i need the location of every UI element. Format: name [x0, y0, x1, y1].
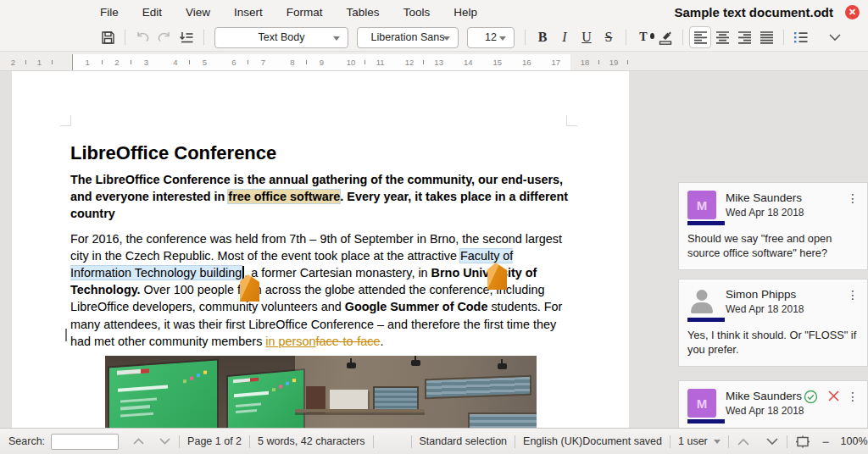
comment-card[interactable]: Simon Phipps Wed Apr 18 2018 ⋮ Yes, I th…: [678, 279, 868, 367]
comment-text: Should we say "free and open source offi…: [687, 231, 860, 260]
align-center-icon: [715, 30, 730, 44]
author-color-bar: [687, 221, 725, 225]
doc-paragraph-body[interactable]: For 2016, the conference was held from 7…: [70, 230, 576, 350]
paragraph-segment: face-to-face: [316, 335, 381, 348]
toolbar-more-button[interactable]: [824, 26, 846, 48]
toolbar-separator: [203, 30, 204, 45]
save-status: Document saved: [582, 435, 662, 447]
font-name-select[interactable]: Liberation Sans: [357, 27, 459, 48]
toolbar: Text Body Liberation Sans 12 B I U S T: [0, 24, 868, 52]
menu-item[interactable]: Format: [275, 6, 335, 19]
comment-card[interactable]: M Mike Saunders Wed Apr 18 2018 ⋮ Should…: [678, 182, 868, 270]
accept-change-icon[interactable]: [804, 390, 818, 404]
presentation-screen: [109, 360, 217, 428]
comments-sidebar: M Mike Saunders Wed Apr 18 2018 ⋮ Should…: [678, 182, 868, 454]
menu-item[interactable]: Insert: [222, 6, 275, 19]
reject-change-icon[interactable]: [827, 390, 840, 404]
comment-date: Wed Apr 18 2018: [726, 405, 804, 417]
italic-icon: I: [562, 30, 566, 45]
search-prev-button[interactable]: [132, 437, 145, 446]
align-justify-icon: [760, 30, 774, 44]
bullet-list-icon: [793, 30, 809, 44]
menu-item[interactable]: Help: [442, 6, 489, 19]
save-icon: [100, 30, 116, 46]
toolbar-separator: [626, 30, 626, 45]
toolbar-separator: [525, 30, 526, 45]
strikethrough-button[interactable]: S: [598, 26, 620, 48]
paragraph-segment: Google Summer of Code: [345, 300, 488, 313]
comment-author: Simon Phipps: [726, 288, 804, 301]
font-color-button[interactable]: T: [632, 26, 654, 48]
presentation-screen: [228, 370, 303, 428]
comment-date: Wed Apr 18 2018: [726, 303, 804, 315]
menu-item[interactable]: Tools: [392, 6, 442, 19]
underline-icon: U: [581, 30, 592, 45]
language-status[interactable]: English (UK): [523, 435, 582, 447]
page-number-status[interactable]: Page 1 of 2: [187, 435, 242, 447]
writer-app: FileEditViewInsertFormatTablesToolsHelp …: [0, 0, 868, 454]
kebab-menu-icon[interactable]: ⋮: [847, 191, 859, 205]
horizontal-ruler[interactable]: 21 1234567891011121314151617 1819: [0, 52, 868, 71]
status-bar: Search: Page 1 of 2 5 words, 42 characte…: [0, 428, 868, 454]
menu-item[interactable]: File: [88, 6, 131, 19]
chevron-down-icon: [714, 440, 721, 444]
paragraph-segment: .: [381, 335, 384, 348]
align-left-icon: [693, 30, 708, 44]
user-count-dropdown[interactable]: 1 user: [678, 435, 721, 447]
formatting-marks-button[interactable]: [175, 26, 198, 48]
bold-button[interactable]: B: [531, 26, 554, 48]
close-icon: ✕: [849, 7, 856, 17]
menu-items: FileEditViewInsertFormatTablesToolsHelp: [88, 6, 489, 19]
search-input[interactable]: [51, 434, 119, 450]
avatar: M: [687, 191, 716, 219]
document-page[interactable]: LibreOffice Conference The LibreOffice C…: [12, 71, 629, 428]
selection-mode-status[interactable]: Standard selection: [420, 435, 508, 447]
doc-paragraph-intro[interactable]: The LibreOffice Conference is the annual…: [70, 171, 576, 223]
doc-heading[interactable]: LibreOffice Conference: [70, 142, 629, 164]
chevron-down-icon: [443, 36, 450, 41]
kebab-menu-icon[interactable]: ⋮: [847, 288, 859, 302]
next-page-button[interactable]: [765, 437, 779, 446]
zoom-level[interactable]: 100%: [841, 435, 868, 447]
paragraph-style-select[interactable]: Text Body: [214, 27, 348, 48]
undo-button[interactable]: [131, 26, 153, 48]
menu-item[interactable]: Edit: [131, 6, 174, 19]
align-justify-button[interactable]: [755, 26, 777, 48]
comment-highlight[interactable]: free office software: [228, 190, 340, 203]
word-count-status[interactable]: 5 words, 42 characters: [258, 435, 364, 447]
document-area: LibreOffice Conference The LibreOffice C…: [0, 71, 629, 428]
paragraph-style-value: Text Body: [259, 31, 305, 43]
menu-bar: FileEditViewInsertFormatTablesToolsHelp …: [0, 0, 868, 24]
toolbar-separator: [783, 30, 784, 45]
search-next-button[interactable]: [159, 437, 171, 446]
bullet-list-button[interactable]: [790, 26, 812, 48]
underline-button[interactable]: U: [576, 26, 598, 48]
chevron-down-icon: [333, 36, 340, 41]
prev-page-button[interactable]: [737, 437, 750, 446]
highlight-color-button[interactable]: [654, 26, 676, 48]
formatting-marks-icon: [178, 30, 195, 45]
kebab-menu-icon[interactable]: ⋮: [847, 390, 859, 403]
close-button[interactable]: ✕: [845, 5, 860, 19]
align-center-button[interactable]: [711, 26, 733, 48]
search-label: Search:: [8, 435, 45, 447]
text-boundary-mark: [60, 115, 71, 126]
bold-icon: B: [538, 30, 548, 45]
save-button[interactable]: [97, 26, 119, 48]
align-left-button[interactable]: [689, 26, 711, 48]
zoom-fit-icon[interactable]: [795, 435, 810, 448]
undo-icon: [134, 30, 151, 45]
zoom-out-button[interactable]: −: [822, 435, 830, 449]
align-right-button[interactable]: [733, 26, 755, 48]
menu-item[interactable]: Tables: [335, 6, 392, 19]
comment-author: Mike Saunders: [726, 191, 804, 204]
conference-photo[interactable]: [105, 356, 537, 428]
italic-button[interactable]: I: [554, 26, 576, 48]
comment-date: Wed Apr 18 2018: [726, 207, 804, 219]
font-size-select[interactable]: 12: [467, 27, 515, 48]
avatar: [687, 287, 716, 316]
comment-text: Yes, I think it should. Or "FLOSS" if yo…: [687, 328, 860, 357]
change-actions: [804, 390, 840, 404]
menu-item[interactable]: View: [174, 6, 222, 19]
redo-button[interactable]: [153, 26, 175, 48]
